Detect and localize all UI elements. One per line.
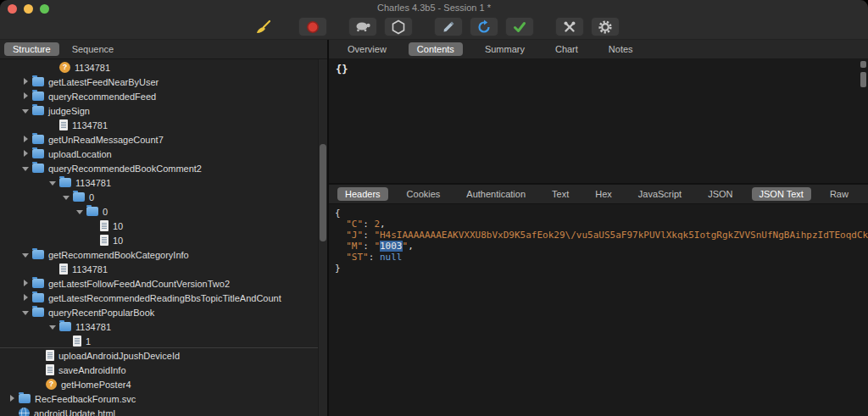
tree-item[interactable]: 1134781: [0, 319, 327, 334]
record-button[interactable]: [298, 17, 327, 36]
tab-structure[interactable]: Structure: [4, 42, 59, 56]
triangle-right-icon[interactable]: [20, 75, 32, 89]
triangle-down-icon[interactable]: [47, 319, 59, 334]
triangle-down-icon[interactable]: [20, 305, 32, 319]
tree-item-label: getRecommendBookCategoryInfo: [48, 250, 189, 260]
tree-item-label: 1134781: [72, 264, 108, 275]
triangle-down-icon[interactable]: [20, 161, 32, 175]
subtab-cookies[interactable]: Cookies: [399, 187, 448, 201]
triangle-down-icon[interactable]: [20, 103, 32, 118]
triangle-right-icon[interactable]: [20, 276, 32, 291]
tree-item[interactable]: queryRecommendedFeed: [0, 89, 327, 103]
tree-item[interactable]: 1134781: [0, 118, 327, 132]
tree-item[interactable]: judgeSign: [0, 103, 327, 118]
triangle-down-icon[interactable]: [75, 204, 86, 219]
json-text-view[interactable]: { "C": 2, "J": "H4sIAAAAAAAEAKVXXU8bVxD9…: [329, 204, 868, 416]
tools-button[interactable]: [555, 17, 584, 36]
json-line: "C": 2,: [335, 219, 868, 230]
json-token: [335, 241, 346, 252]
tree-item[interactable]: androidUpdate.html: [0, 406, 327, 416]
expander-spacer: [34, 377, 46, 391]
triangle-right-icon[interactable]: [20, 291, 32, 305]
subtab-hex[interactable]: Hex: [587, 187, 620, 201]
tab-chart[interactable]: Chart: [547, 42, 587, 56]
tree-item[interactable]: 1134781: [0, 175, 327, 190]
subtab-authentication[interactable]: Authentication: [459, 187, 533, 201]
tree-item[interactable]: uploadAndroidJpushDeviceId: [0, 348, 327, 363]
compose-button[interactable]: [434, 17, 463, 36]
expander-spacer: [34, 348, 46, 363]
tree-item-label: uploadLocation: [48, 149, 112, 159]
triangle-down-icon[interactable]: [61, 190, 73, 204]
triangle-right-icon[interactable]: [20, 89, 32, 103]
charles-window: Charles 4.3b5 - Session 1 * StructureSeq…: [0, 0, 868, 416]
subtab-json-text[interactable]: JSON Text: [752, 187, 811, 201]
folder-icon: [32, 293, 44, 302]
triangle-down-icon[interactable]: [47, 175, 59, 190]
breakpoints-button[interactable]: [384, 17, 413, 36]
triangle-down-icon[interactable]: [20, 247, 32, 262]
json-token: [335, 230, 346, 241]
tree-item[interactable]: getUnReadMessageCount7: [0, 132, 327, 147]
triangle-right-icon[interactable]: [20, 147, 32, 161]
tab-sequence[interactable]: Sequence: [64, 42, 123, 56]
tree-item[interactable]: 0: [0, 204, 327, 219]
tree-item-label: 10: [113, 236, 123, 246]
tree-item[interactable]: 10: [0, 219, 327, 233]
tree-scrollbar-thumb[interactable]: [320, 144, 326, 241]
repeat-button[interactable]: [470, 17, 498, 36]
tree-item[interactable]: 0: [0, 190, 327, 204]
globe-icon: [19, 408, 30, 416]
zoom-button[interactable]: [40, 4, 49, 14]
main-area: StructureSequence ?1134781getLatestFeedN…: [0, 39, 868, 416]
throttle-button[interactable]: [348, 17, 377, 36]
json-token: ": [374, 241, 380, 252]
json-token: [335, 219, 346, 230]
record-icon: [305, 19, 320, 35]
tree-item[interactable]: queryRecentPopularBook: [0, 305, 327, 319]
triangle-right-icon[interactable]: [20, 132, 32, 147]
request-body-pane[interactable]: {}: [329, 59, 868, 184]
structure-tree[interactable]: ?1134781getLatestFeedNearByUserqueryReco…: [0, 59, 327, 416]
titlebar[interactable]: Charles 4.3b5 - Session 1 *: [0, 0, 868, 14]
tab-overview[interactable]: Overview: [339, 42, 395, 56]
json-line: "J": "H4sIAAAAAAAEAKVXXU8bVxD9K5afEok29\…: [335, 230, 868, 241]
tree-item[interactable]: ?1134781: [0, 60, 327, 75]
json-token: :: [363, 241, 374, 252]
tree-item[interactable]: uploadLocation: [0, 147, 327, 161]
tab-summary[interactable]: Summary: [476, 42, 533, 56]
tree-item[interactable]: getRecommendBookCategoryInfo: [0, 247, 327, 262]
tree-item[interactable]: getLatestFeedNearByUser: [0, 75, 327, 89]
left-panel: StructureSequence ?1134781getLatestFeedN…: [0, 40, 327, 416]
tree-item[interactable]: getLatestFollowFeedAndCountVersionTwo2: [0, 276, 327, 291]
settings-button[interactable]: [591, 17, 620, 36]
clear-session-button[interactable]: [248, 17, 277, 36]
tree-item[interactable]: saveAndroidInfo: [0, 363, 327, 377]
close-button[interactable]: [8, 4, 17, 14]
tree-item[interactable]: getLatestRecommendedReadingBbsTopicTitle…: [0, 291, 327, 305]
triangle-right-icon[interactable]: [7, 391, 19, 406]
request-pane-scrollbar[interactable]: [860, 61, 866, 87]
hexagon-icon: [391, 19, 406, 35]
subtab-json[interactable]: JSON: [700, 187, 740, 201]
scrollbar-thumb[interactable]: [860, 72, 866, 87]
tree-item[interactable]: 10: [0, 233, 327, 247]
validate-button[interactable]: [505, 17, 534, 36]
refresh-icon: [476, 19, 492, 35]
tab-contents[interactable]: Contents: [409, 42, 463, 56]
subtab-javascript[interactable]: JavaScript: [631, 187, 689, 201]
subtab-raw[interactable]: Raw: [822, 187, 856, 201]
tree-scrollbar[interactable]: [318, 59, 327, 416]
subtab-headers[interactable]: Headers: [337, 187, 388, 201]
json-token: ,: [408, 241, 414, 252]
tree-item[interactable]: 1: [0, 334, 327, 348]
tree-item[interactable]: RecFeedbackForum.svc: [0, 391, 327, 406]
scrollbar-arrow[interactable]: [860, 61, 866, 68]
minimize-button[interactable]: [24, 4, 33, 14]
tree-item[interactable]: queryRecommendedBookComment2: [0, 161, 327, 175]
tree-item[interactable]: ?getHomePoster4: [0, 377, 327, 391]
tab-notes[interactable]: Notes: [600, 42, 642, 56]
subtab-text[interactable]: Text: [544, 187, 576, 201]
tree-item-label: 0: [89, 192, 94, 202]
tree-item[interactable]: 1134781: [0, 262, 327, 276]
